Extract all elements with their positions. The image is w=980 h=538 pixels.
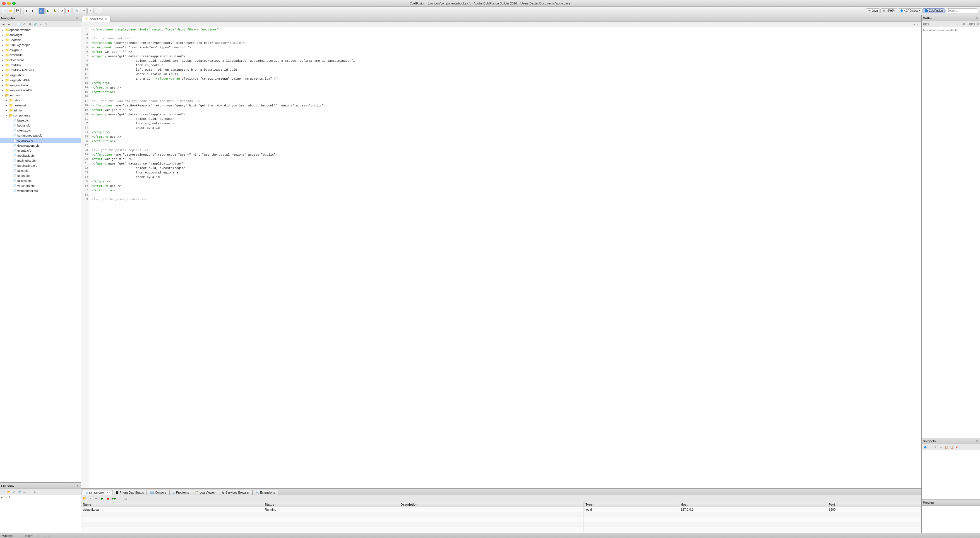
nav-tree-item-webcontent-cfc[interactable]: 📄webcontent.cfc: [0, 188, 81, 193]
forward-button[interactable]: ▶: [30, 8, 36, 14]
server-stop-btn[interactable]: ■: [105, 496, 110, 501]
nav-tree-item-bxlwildlife[interactable]: ▶📁bxlwildlife: [0, 53, 81, 57]
nav-tree-item-feedback-cfc[interactable]: 📄feedback.cfc: [0, 153, 81, 158]
fv-refresh-btn[interactable]: ⟳: [11, 489, 16, 495]
nav-forward-btn[interactable]: ▶: [6, 22, 11, 27]
stop-button[interactable]: ■: [65, 8, 72, 14]
refactor-button[interactable]: ✂: [81, 8, 87, 14]
run-button[interactable]: ▶: [45, 8, 51, 14]
table-row[interactable]: defaultLocalRunninglocal127.0.0.18500: [81, 507, 921, 512]
nav-link-btn[interactable]: 🔗: [33, 22, 38, 27]
java-perspective[interactable]: ☕ Java: [866, 8, 880, 13]
nav-tree-item-vouchers-cfc[interactable]: 📄vouchers.cfc: [0, 183, 81, 188]
nav-tree-item-forgetabox[interactable]: ▶📁forgetabox: [0, 73, 81, 78]
snippet-btn-4[interactable]: ✏: [939, 445, 943, 450]
nav-new-btn[interactable]: 📄: [17, 22, 22, 27]
outline-close-icon[interactable]: ✕: [974, 16, 979, 21]
nav-tree-item-base-cfc[interactable]: 📄base.cfc: [0, 118, 81, 123]
cf-icon[interactable]: CF: [38, 8, 45, 14]
php-perspective[interactable]: 🐘 <PHP>: [880, 8, 897, 13]
nav-tree-item-admin[interactable]: ▶📁admin: [0, 108, 81, 113]
books-cfc-tab-close[interactable]: ✕: [104, 17, 107, 21]
server-minimize-btn[interactable]: −: [117, 496, 122, 501]
nav-tree-item-cf-webroot[interactable]: ▶📁cf webroot: [0, 57, 81, 62]
nav-collapse-btn[interactable]: ⊟: [27, 22, 32, 27]
bottom-tab-services-browser[interactable]: 🔌Services Browser: [218, 490, 253, 495]
nav-up-btn[interactable]: ↑: [11, 22, 16, 27]
bottom-tab-problems[interactable]: ⚠Problems: [169, 490, 192, 495]
bottom-tab-console[interactable]: ⌨Console: [147, 490, 169, 495]
server-restart-btn[interactable]: ▶▶: [111, 496, 116, 501]
nav-tree-item-courses-cfc[interactable]: 📄courses.cfc: [0, 138, 81, 143]
close-button[interactable]: [2, 2, 6, 5]
nav-tree-item-clients-cfc[interactable]: 📄clients.cfc: [0, 128, 81, 133]
snippets-close-icon[interactable]: ✕: [974, 439, 979, 443]
nav-tree-item-commonoutput-cfc[interactable]: 📄commonoutput.cfc: [0, 133, 81, 138]
nav-tree-item-coldbox[interactable]: ▶📁ColdBox: [0, 62, 81, 68]
server-edit-btn[interactable]: ✏: [94, 496, 99, 501]
fv-minimize-btn[interactable]: −: [27, 489, 32, 495]
rds-close-1[interactable]: ✕: [963, 22, 965, 26]
back-button[interactable]: ◀: [23, 8, 29, 14]
nav-tree-item-forgetaboxphp[interactable]: ▶📁forgetaboxPHP: [0, 78, 81, 83]
save-button[interactable]: 💾: [14, 8, 21, 14]
nav-sync-btn[interactable]: ⟳: [22, 22, 27, 27]
rds-close-2[interactable]: ✕: [976, 22, 979, 26]
nav-tree-item-talks-cfc[interactable]: 📄talks.cfc: [0, 168, 81, 173]
nav-tree-item-apache-webroot[interactable]: ▶📁apache webroot: [0, 27, 81, 32]
nav-tree-item-downloaders-cfc[interactable]: 📄downloaders.cfc: [0, 143, 81, 148]
nav-tree-item-events-cfc[interactable]: 📄events.cfc: [0, 148, 81, 153]
search-button[interactable]: 🔍: [74, 8, 80, 14]
nav-tree-item-bsygroup[interactable]: ▶📁bsygroup: [0, 48, 81, 53]
nav-tree-item-jonmoon[interactable]: ▼📂jonmoon: [0, 93, 81, 98]
debug-button[interactable]: 🐛: [52, 8, 58, 14]
editor-tab-books-cfc[interactable]: ⚡ books.cfc ✕: [82, 16, 110, 22]
snippet-btn-3[interactable]: +: [933, 445, 938, 450]
nav-tree-item-mailinglist-cfc[interactable]: 📄mailinglist.cfc: [0, 158, 81, 163]
new-button[interactable]: 📄: [1, 8, 7, 14]
nav-tree-item-imagesofwarcf[interactable]: ▶📁imagesOfWarCF: [0, 88, 81, 93]
editor-minimize-btn[interactable]: −: [912, 22, 916, 27]
server-open-btn[interactable]: 📂: [82, 496, 87, 501]
build-button[interactable]: ⚙: [59, 8, 65, 14]
fv-new-btn[interactable]: 📄: [1, 489, 6, 495]
bottom-tab-extensions[interactable]: 🔧Extensions: [253, 490, 278, 495]
code-editor[interactable]: 1234567891011121314151617181920212223242…: [81, 27, 921, 488]
maximize-button[interactable]: [12, 2, 16, 5]
bottom-tab-close[interactable]: ✕: [106, 491, 109, 495]
nav-tree-item-arkwright[interactable]: ▶📁arkwright: [0, 32, 81, 37]
snippet-btn-5[interactable]: 📋: [944, 445, 949, 450]
minimize-button[interactable]: [7, 2, 11, 5]
fv-link-btn[interactable]: 🔗: [17, 489, 22, 495]
nav-tree-item-blueskypeople[interactable]: ▶📁BlueSkyPeople: [0, 43, 81, 48]
open-button[interactable]: 📂: [8, 8, 14, 14]
nav-tree-item-purchasing-cfc[interactable]: 📄purchasing.cfc: [0, 163, 81, 168]
nav-minimize-btn[interactable]: −: [38, 22, 43, 27]
editor-maximize-btn[interactable]: □: [916, 22, 920, 27]
navigator-close-icon[interactable]: ✕: [75, 16, 80, 21]
validate-button[interactable]: ✓: [88, 8, 94, 14]
nav-tree-item-coldbox-api-docs[interactable]: ▶📁ColdBox API docs: [0, 68, 81, 73]
snippet-btn-6[interactable]: 📋: [949, 445, 954, 450]
coldfusion-perspective[interactable]: 🔵 ColdFusion: [923, 8, 945, 13]
nav-tree-item-users-cfc[interactable]: 📄users.cfc: [0, 173, 81, 178]
bottom-tab-cf-servers[interactable]: 🖥CF Servers✕: [82, 490, 112, 495]
server-maximize-btn[interactable]: □: [123, 496, 128, 501]
snippet-btn-7[interactable]: ✕: [955, 445, 959, 450]
nav-tree-item-beatown[interactable]: ▶📁Beatown: [0, 37, 81, 43]
search-input[interactable]: [945, 8, 979, 13]
nav-tree-item-imagesofwar[interactable]: ▶📁imagesOfWar: [0, 83, 81, 88]
snippet-btn-2[interactable]: ↑: [928, 445, 933, 450]
cfeclipse-perspective[interactable]: 🔷 <CFEclipse>: [898, 8, 922, 13]
server-add-btn[interactable]: +: [88, 496, 93, 501]
fv-maximize-btn[interactable]: □: [33, 489, 38, 495]
nav-back-btn[interactable]: ◀: [1, 22, 6, 27]
nav-tree-item-components[interactable]: ▼📂components: [0, 113, 81, 118]
snippet-btn-1[interactable]: 🔷: [923, 445, 928, 450]
server-start-btn[interactable]: ▶: [100, 496, 105, 501]
nav-tree-item-books-cfc[interactable]: 📄books.cfc: [0, 123, 81, 128]
fileview-close-icon[interactable]: ✕: [75, 484, 80, 488]
nav-tree-item--dev[interactable]: ▶📁_dev: [0, 98, 81, 103]
more-tools-button[interactable]: ⋯: [96, 8, 102, 14]
fv-root-item[interactable]: ▶ ▸ /: [0, 495, 81, 500]
